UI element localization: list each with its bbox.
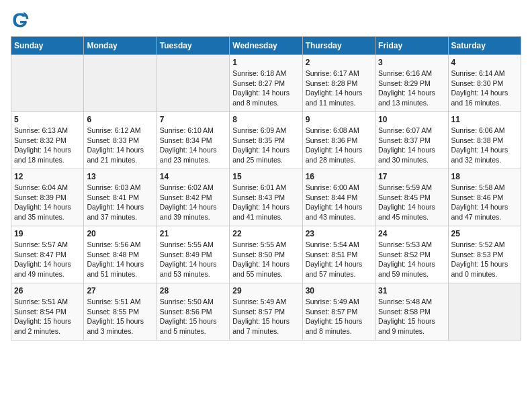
day-info: Sunrise: 6:01 AMSunset: 8:43 PMDaylight:… [232, 183, 290, 221]
day-number: 2 [306, 58, 372, 67]
calendar-week-row: 5Sunrise: 6:13 AMSunset: 8:32 PMDaylight… [11, 112, 521, 169]
day-info: Sunrise: 5:59 AMSunset: 8:45 PMDaylight:… [378, 183, 435, 221]
day-number: 30 [306, 286, 372, 295]
day-number: 20 [87, 229, 153, 238]
weekday-header-tuesday: Tuesday [157, 37, 229, 55]
calendar-day-28: 28Sunrise: 5:50 AMSunset: 8:56 PMDayligh… [157, 283, 229, 340]
calendar-week-row: 1Sunrise: 6:18 AMSunset: 8:27 PMDaylight… [11, 55, 521, 112]
calendar-day-12: 12Sunrise: 6:04 AMSunset: 8:39 PMDayligh… [11, 169, 84, 226]
day-number: 25 [451, 229, 518, 238]
calendar-day-25: 25Sunrise: 5:52 AMSunset: 8:53 PMDayligh… [448, 226, 521, 283]
day-number: 7 [160, 115, 226, 124]
calendar-week-row: 19Sunrise: 5:57 AMSunset: 8:47 PMDayligh… [11, 226, 521, 283]
day-info: Sunrise: 5:51 AMSunset: 8:54 PMDaylight:… [14, 298, 71, 335]
day-number: 26 [14, 286, 81, 295]
day-info: Sunrise: 5:50 AMSunset: 8:56 PMDaylight:… [160, 298, 217, 335]
day-number: 11 [451, 115, 518, 124]
calendar-day-23: 23Sunrise: 5:54 AMSunset: 8:51 PMDayligh… [302, 226, 375, 283]
day-number: 19 [14, 229, 81, 238]
empty-day-cell [448, 283, 521, 340]
calendar-day-20: 20Sunrise: 5:56 AMSunset: 8:48 PMDayligh… [84, 226, 157, 283]
day-info: Sunrise: 5:52 AMSunset: 8:53 PMDaylight:… [451, 240, 508, 278]
day-number: 17 [378, 172, 445, 181]
calendar-day-22: 22Sunrise: 5:55 AMSunset: 8:50 PMDayligh… [230, 226, 302, 283]
calendar-day-27: 27Sunrise: 5:51 AMSunset: 8:55 PMDayligh… [84, 283, 157, 340]
logo [11, 11, 32, 30]
calendar-table: SundayMondayTuesdayWednesdayThursdayFrid… [11, 36, 521, 340]
page-header [11, 11, 521, 30]
calendar-day-24: 24Sunrise: 5:53 AMSunset: 8:52 PMDayligh… [375, 226, 448, 283]
day-number: 5 [14, 115, 81, 124]
day-number: 1 [232, 58, 299, 67]
calendar-day-8: 8Sunrise: 6:09 AMSunset: 8:35 PMDaylight… [230, 112, 302, 169]
day-number: 28 [160, 286, 226, 295]
calendar-day-17: 17Sunrise: 5:59 AMSunset: 8:45 PMDayligh… [375, 169, 448, 226]
day-info: Sunrise: 6:08 AMSunset: 8:36 PMDaylight:… [306, 126, 363, 164]
calendar-day-3: 3Sunrise: 6:16 AMSunset: 8:29 PMDaylight… [375, 55, 448, 112]
calendar-day-31: 31Sunrise: 5:48 AMSunset: 8:58 PMDayligh… [375, 283, 448, 340]
day-number: 23 [306, 229, 372, 238]
day-info: Sunrise: 5:49 AMSunset: 8:57 PMDaylight:… [306, 298, 363, 335]
calendar-day-5: 5Sunrise: 6:13 AMSunset: 8:32 PMDaylight… [11, 112, 84, 169]
day-info: Sunrise: 6:12 AMSunset: 8:33 PMDaylight:… [87, 126, 144, 164]
empty-day-cell [84, 55, 157, 112]
day-number: 18 [451, 172, 518, 181]
day-number: 13 [87, 172, 153, 181]
calendar-day-16: 16Sunrise: 6:00 AMSunset: 8:44 PMDayligh… [302, 169, 375, 226]
day-info: Sunrise: 6:03 AMSunset: 8:41 PMDaylight:… [87, 183, 144, 221]
calendar-day-6: 6Sunrise: 6:12 AMSunset: 8:33 PMDaylight… [84, 112, 157, 169]
calendar-body: 1Sunrise: 6:18 AMSunset: 8:27 PMDaylight… [11, 55, 521, 340]
calendar-day-18: 18Sunrise: 5:58 AMSunset: 8:46 PMDayligh… [448, 169, 521, 226]
day-info: Sunrise: 5:49 AMSunset: 8:57 PMDaylight:… [232, 298, 290, 335]
day-number: 8 [232, 115, 299, 124]
day-number: 6 [87, 115, 153, 124]
calendar-day-30: 30Sunrise: 5:49 AMSunset: 8:57 PMDayligh… [302, 283, 375, 340]
calendar-day-19: 19Sunrise: 5:57 AMSunset: 8:47 PMDayligh… [11, 226, 84, 283]
day-info: Sunrise: 6:17 AMSunset: 8:28 PMDaylight:… [306, 69, 363, 107]
calendar-day-21: 21Sunrise: 5:55 AMSunset: 8:49 PMDayligh… [157, 226, 229, 283]
day-info: Sunrise: 6:10 AMSunset: 8:34 PMDaylight:… [160, 126, 217, 164]
day-info: Sunrise: 6:02 AMSunset: 8:42 PMDaylight:… [160, 183, 217, 221]
weekday-header-sunday: Sunday [11, 37, 84, 55]
day-info: Sunrise: 6:13 AMSunset: 8:32 PMDaylight:… [14, 126, 71, 164]
calendar-day-11: 11Sunrise: 6:06 AMSunset: 8:38 PMDayligh… [448, 112, 521, 169]
weekday-header-saturday: Saturday [448, 37, 521, 55]
calendar-day-9: 9Sunrise: 6:08 AMSunset: 8:36 PMDaylight… [302, 112, 375, 169]
weekday-header-wednesday: Wednesday [230, 37, 302, 55]
calendar-day-15: 15Sunrise: 6:01 AMSunset: 8:43 PMDayligh… [230, 169, 302, 226]
general-blue-icon [11, 11, 30, 30]
days-of-week-row: SundayMondayTuesdayWednesdayThursdayFrid… [11, 37, 521, 55]
day-info: Sunrise: 6:18 AMSunset: 8:27 PMDaylight:… [232, 69, 290, 107]
calendar-day-1: 1Sunrise: 6:18 AMSunset: 8:27 PMDaylight… [230, 55, 302, 112]
day-info: Sunrise: 6:04 AMSunset: 8:39 PMDaylight:… [14, 183, 71, 221]
day-number: 24 [378, 229, 445, 238]
day-number: 21 [160, 229, 226, 238]
day-info: Sunrise: 6:00 AMSunset: 8:44 PMDaylight:… [306, 183, 363, 221]
empty-day-cell [157, 55, 229, 112]
day-info: Sunrise: 5:48 AMSunset: 8:58 PMDaylight:… [378, 298, 435, 335]
calendar-header: SundayMondayTuesdayWednesdayThursdayFrid… [11, 37, 521, 55]
day-number: 12 [14, 172, 81, 181]
day-info: Sunrise: 5:57 AMSunset: 8:47 PMDaylight:… [14, 240, 71, 278]
day-info: Sunrise: 5:56 AMSunset: 8:48 PMDaylight:… [87, 240, 144, 278]
day-info: Sunrise: 5:53 AMSunset: 8:52 PMDaylight:… [378, 240, 435, 278]
calendar-day-4: 4Sunrise: 6:14 AMSunset: 8:30 PMDaylight… [448, 55, 521, 112]
day-number: 16 [306, 172, 372, 181]
day-number: 10 [378, 115, 445, 124]
day-info: Sunrise: 6:14 AMSunset: 8:30 PMDaylight:… [451, 69, 508, 107]
day-info: Sunrise: 5:51 AMSunset: 8:55 PMDaylight:… [87, 298, 144, 335]
day-info: Sunrise: 6:07 AMSunset: 8:37 PMDaylight:… [378, 126, 435, 164]
day-number: 27 [87, 286, 153, 295]
calendar-week-row: 12Sunrise: 6:04 AMSunset: 8:39 PMDayligh… [11, 169, 521, 226]
day-number: 29 [232, 286, 299, 295]
calendar-day-2: 2Sunrise: 6:17 AMSunset: 8:28 PMDaylight… [302, 55, 375, 112]
weekday-header-thursday: Thursday [302, 37, 375, 55]
calendar-day-14: 14Sunrise: 6:02 AMSunset: 8:42 PMDayligh… [157, 169, 229, 226]
calendar-day-13: 13Sunrise: 6:03 AMSunset: 8:41 PMDayligh… [84, 169, 157, 226]
calendar-day-7: 7Sunrise: 6:10 AMSunset: 8:34 PMDaylight… [157, 112, 229, 169]
day-number: 22 [232, 229, 299, 238]
weekday-header-friday: Friday [375, 37, 448, 55]
day-number: 9 [306, 115, 372, 124]
day-number: 4 [451, 58, 518, 67]
calendar-day-26: 26Sunrise: 5:51 AMSunset: 8:54 PMDayligh… [11, 283, 84, 340]
